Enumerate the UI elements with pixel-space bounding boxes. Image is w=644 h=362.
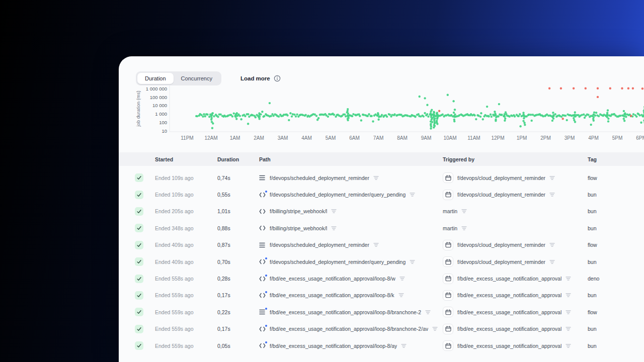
svg-text:10AM: 10AM xyxy=(443,135,456,141)
run-path[interactable]: f/bd/ee_excess_usage_notification_approv… xyxy=(270,309,421,315)
info-icon[interactable] xyxy=(274,75,281,82)
svg-text:3PM: 3PM xyxy=(565,135,575,141)
code-icon xyxy=(259,209,266,214)
run-tag[interactable]: flow xyxy=(588,242,644,248)
svg-text:2AM: 2AM xyxy=(254,135,264,141)
filter-icon[interactable] xyxy=(566,293,571,298)
table-row[interactable]: Ended 558s ago 0,28s f/bd/ee_excess_usag… xyxy=(119,270,644,287)
filter-icon[interactable] xyxy=(461,209,467,214)
table-body: Ended 109s ago 0,74s f/devops/scheduled_… xyxy=(119,166,644,354)
run-tag[interactable]: flow xyxy=(588,309,644,315)
run-trigger[interactable]: f/devops/cloud_deployment_reminder xyxy=(457,192,545,198)
col-path[interactable]: Path xyxy=(259,156,443,162)
run-path[interactable]: f/bd/ee_excess_usage_notification_approv… xyxy=(270,343,397,349)
filter-icon[interactable] xyxy=(398,293,404,298)
col-duration[interactable]: Duration xyxy=(217,156,259,162)
success-check-icon xyxy=(135,308,143,316)
code-icon xyxy=(259,293,266,298)
table-row[interactable]: Ended 409s ago 0,87s f/devops/scheduled_… xyxy=(119,237,644,253)
table-header: Started Duration Path Triggered by Tag xyxy=(119,152,644,166)
filter-icon[interactable] xyxy=(410,192,415,197)
run-trigger[interactable]: martin xyxy=(443,208,457,214)
svg-text:1AM: 1AM xyxy=(230,135,240,141)
col-started[interactable]: Started xyxy=(155,156,217,162)
col-triggered-by[interactable]: Triggered by xyxy=(443,156,588,162)
run-trigger[interactable]: f/bd/ee_excess_usage_notification_approv… xyxy=(457,326,561,332)
filter-icon[interactable] xyxy=(549,192,555,197)
code-icon xyxy=(259,259,266,264)
filter-icon[interactable] xyxy=(425,310,431,315)
schedule-calendar-icon xyxy=(443,340,453,351)
run-tag[interactable]: bun xyxy=(588,208,644,214)
run-tag[interactable]: bun xyxy=(588,343,644,349)
filter-icon[interactable] xyxy=(566,326,571,331)
run-path[interactable]: f/devops/scheduled_deployment_reminder/q… xyxy=(270,259,406,265)
filter-icon[interactable] xyxy=(461,226,467,231)
filter-icon[interactable] xyxy=(331,209,337,214)
run-path[interactable]: f/bd/ee_excess_usage_notification_approv… xyxy=(270,292,394,298)
svg-text:10 000: 10 000 xyxy=(152,103,167,108)
filter-icon[interactable] xyxy=(399,276,405,281)
run-trigger[interactable]: f/devops/cloud_deployment_reminder xyxy=(457,242,545,248)
table-row[interactable]: Ended 559s ago 0,17s f/bd/ee_excess_usag… xyxy=(119,287,644,304)
run-trigger[interactable]: f/devops/cloud_deployment_reminder xyxy=(457,175,545,181)
draft-dot-icon xyxy=(265,308,267,310)
run-duration: 0,17s xyxy=(217,292,259,298)
path-type-icon xyxy=(259,175,266,180)
run-trigger[interactable]: f/bd/ee_excess_usage_notification_approv… xyxy=(457,292,561,298)
run-trigger[interactable]: martin xyxy=(443,225,457,231)
run-path[interactable]: f/billing/stripe_webhook/l xyxy=(270,225,327,231)
run-started: Ended 348s ago xyxy=(155,225,217,231)
run-duration: 0,55s xyxy=(217,192,259,198)
table-row[interactable]: Ended 409s ago 0,70s f/devops/scheduled_… xyxy=(119,253,644,270)
filter-icon[interactable] xyxy=(566,276,571,281)
run-path[interactable]: f/devops/scheduled_deployment_reminder xyxy=(270,242,369,248)
filter-icon[interactable] xyxy=(401,343,407,348)
run-tag[interactable]: bun xyxy=(588,326,644,332)
run-path[interactable]: f/devops/scheduled_deployment_reminder/q… xyxy=(270,192,406,198)
filter-icon[interactable] xyxy=(331,226,337,231)
run-started: Ended 558s ago xyxy=(155,276,217,282)
run-tag[interactable]: bun xyxy=(588,225,644,231)
path-type-icon xyxy=(259,209,266,214)
table-row[interactable]: Ended 205s ago 1,01s f/billing/stripe_we… xyxy=(119,203,644,220)
filter-icon[interactable] xyxy=(549,175,555,180)
run-path[interactable]: f/bd/ee_excess_usage_notification_approv… xyxy=(270,326,428,332)
table-row[interactable]: Ended 559s ago 0,17s f/bd/ee_excess_usag… xyxy=(119,321,644,337)
filter-icon[interactable] xyxy=(373,242,379,247)
filter-icon[interactable] xyxy=(373,175,379,180)
run-path[interactable]: f/bd/ee_excess_usage_notification_approv… xyxy=(270,276,395,282)
run-tag[interactable]: flow xyxy=(588,175,644,181)
run-trigger[interactable]: f/devops/cloud_deployment_reminder xyxy=(457,259,545,265)
filter-icon[interactable] xyxy=(432,326,438,331)
filter-icon[interactable] xyxy=(410,259,415,264)
svg-text:5PM: 5PM xyxy=(612,135,623,141)
run-path[interactable]: f/billing/stripe_webhook/l xyxy=(270,208,327,214)
tab-concurrency[interactable]: Concurrency xyxy=(174,73,220,84)
filter-icon[interactable] xyxy=(566,343,571,348)
filter-icon[interactable] xyxy=(566,310,571,315)
load-more-button[interactable]: Load more xyxy=(240,75,281,82)
table-row[interactable]: Ended 109s ago 0,55s f/devops/scheduled_… xyxy=(119,186,644,203)
table-row[interactable]: Ended 348s ago 0,88s f/billing/stripe_we… xyxy=(119,220,644,236)
flow-icon xyxy=(259,242,265,248)
success-check-icon xyxy=(135,325,143,333)
table-row[interactable]: Ended 559s ago 0,22s f/bd/ee_excess_usag… xyxy=(119,304,644,320)
run-tag[interactable]: bun xyxy=(588,192,644,198)
tab-duration[interactable]: Duration xyxy=(137,73,174,84)
filter-icon[interactable] xyxy=(549,259,555,264)
run-tag[interactable]: bun xyxy=(588,292,644,298)
code-icon xyxy=(259,326,266,332)
run-tag[interactable]: deno xyxy=(588,276,644,282)
run-trigger[interactable]: f/bd/ee_excess_usage_notification_approv… xyxy=(457,309,561,315)
run-trigger[interactable]: f/bd/ee_excess_usage_notification_approv… xyxy=(457,343,561,349)
run-duration: 0,88s xyxy=(217,225,259,231)
col-tag[interactable]: Tag xyxy=(588,156,644,162)
run-path[interactable]: f/devops/scheduled_deployment_reminder xyxy=(270,175,369,181)
table-row[interactable]: Ended 109s ago 0,74s f/devops/scheduled_… xyxy=(119,169,644,186)
table-row[interactable]: Ended 559s ago 0,05s f/bd/ee_excess_usag… xyxy=(119,337,644,354)
run-trigger[interactable]: f/bd/ee_excess_usage_notification_approv… xyxy=(457,276,561,282)
run-tag[interactable]: bun xyxy=(588,259,644,265)
duration-scatter-chart[interactable]: 1 000 000100 00010 0001 00010010job dura… xyxy=(119,56,644,147)
filter-icon[interactable] xyxy=(549,242,555,247)
